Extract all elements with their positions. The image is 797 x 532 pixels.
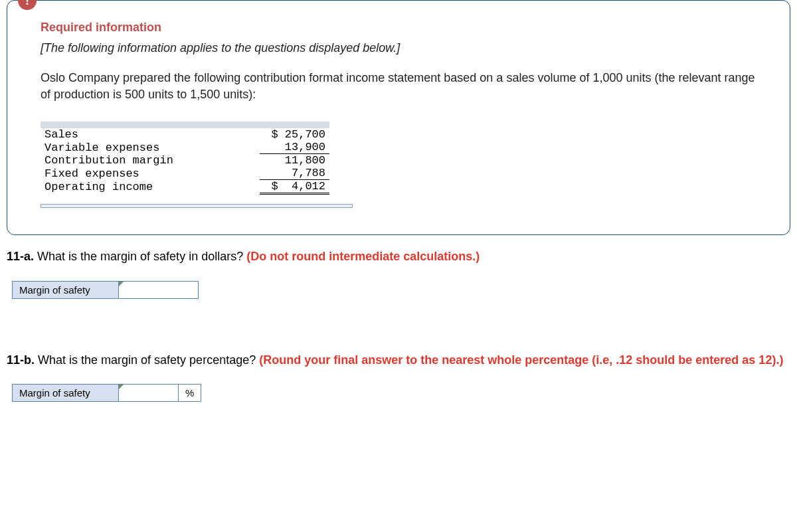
income-row: Fixed expenses 7,788 [41,167,329,180]
income-row: Variable expenses13,900 [41,141,329,154]
percent-unit: % [179,384,201,401]
margin-of-safety-input-11b[interactable] [119,384,179,401]
question-11a: 11-a. What is the margin of safety in do… [0,248,797,298]
income-statement-table: Sales$ 25,700Variable expenses13,900Cont… [41,122,329,195]
income-row-label: Contribution margin [41,154,260,167]
alert-icon: ! [18,0,37,10]
income-row-value: $ 25,700 [260,128,329,141]
income-row-value: 7,788 [260,167,329,180]
income-row-value: $ 4,012 [260,180,329,194]
question-11b-prefix: 11-b. [7,353,35,367]
question-11a-text: 11-a. What is the margin of safety in do… [7,248,790,264]
question-11b-body: What is the margin of safety percentage? [35,353,259,367]
input-marker-icon [119,385,124,389]
income-row-label: Sales [41,128,260,141]
margin-of-safety-label-11b: Margin of safety [13,384,119,401]
income-row-label: Variable expenses [41,141,260,154]
margin-of-safety-label-11a: Margin of safety [13,281,119,298]
income-row: Sales$ 25,700 [41,128,329,141]
income-row-value: 11,800 [260,154,329,167]
income-row: Contribution margin11,800 [41,154,329,167]
problem-description: Oslo Company prepared the following cont… [41,70,756,103]
question-11b: 11-b. What is the margin of safety perce… [0,352,797,402]
question-11a-prefix: 11-a. [7,250,34,263]
input-marker-icon [119,282,124,286]
question-11b-instruction: (Round your final answer to the nearest … [259,353,783,367]
required-info-box: ! Required information [The following in… [7,0,790,235]
income-row-value: 13,900 [260,141,329,154]
margin-of-safety-input-11a[interactable] [119,281,199,298]
applies-note: [The following information applies to th… [41,41,756,55]
horizontal-scroll-hint [41,204,353,208]
income-row-label: Fixed expenses [41,167,260,180]
question-11a-instruction: (Do not round intermediate calculations.… [246,250,480,263]
income-row: Operating income$ 4,012 [41,180,329,194]
required-heading: Required information [41,21,756,35]
question-11b-text: 11-b. What is the margin of safety perce… [7,352,790,368]
income-row-label: Operating income [41,180,260,194]
question-11a-body: What is the margin of safety in dollars? [34,250,246,263]
answer-table-11a: Margin of safety [12,281,199,299]
answer-table-11b: Margin of safety % [12,384,201,402]
